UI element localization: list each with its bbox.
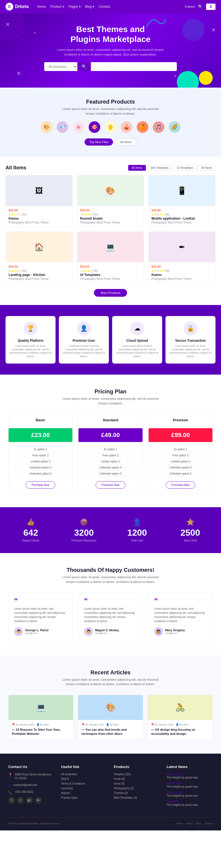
hero-search-button[interactable]: 🔍: [77, 62, 91, 71]
resource-select[interactable]: All resources ... Themes Plugins: [44, 62, 77, 71]
item-img-1: 🎨: [77, 176, 144, 206]
social-twitter[interactable]: t: [17, 797, 24, 804]
footer-bottom-contact[interactable]: Contact: [204, 822, 213, 825]
featured-icon-7: 🎵: [153, 121, 164, 133]
footer: Contact Us 📍 3308 Pricot Street Henderso…: [0, 754, 221, 830]
footer-product-link-5[interactable]: Web Templates (3): [114, 796, 160, 799]
menu-button[interactable]: ☰: [206, 4, 216, 10]
logo-text: Drketa: [15, 4, 29, 9]
filter-ui[interactable]: UI Templates: [173, 165, 196, 171]
deco-plus1: +: [33, 30, 36, 36]
nav-home[interactable]: Home: [37, 5, 46, 8]
stat-item-2: 👤 1200 Total User: [112, 518, 162, 542]
nav-contact[interactable]: Contact: [99, 5, 110, 8]
footer-product-link-2[interactable]: Icons (5): [114, 782, 160, 785]
tab-all-items[interactable]: All Items: [115, 138, 136, 146]
stat-item-0: 👍 642 Happy Clients: [5, 518, 56, 542]
feature-card-2: ☁ Cloud Upload Lorem ipsum dolor sit ame…: [112, 316, 162, 364]
footer-useful-link-5[interactable]: Popular Apps: [61, 796, 107, 799]
item-card-2: 📱 $30.00 ★★★★★ (56) Mobile application -…: [148, 175, 216, 227]
article-card-1: 🎨 📅 26 January 2020 👤 By Alice — You can…: [78, 695, 143, 740]
cart-count[interactable]: 0 Items: [185, 5, 195, 8]
all-items-section: All Items All Items Site Templates UI Te…: [0, 157, 221, 305]
deco-yellow-blob: [199, 71, 213, 85]
items-grid: 🖼 $30.00 ★★★★★ (56) Kiamu Photography Wo…: [5, 175, 216, 283]
footer-product-link-4[interactable]: Themes (2): [114, 792, 160, 795]
testimonials-grid: " Lorem ipsum dolor sit amet, sed consec…: [8, 592, 213, 642]
hero-title: Best Themes andPlugins Marketplace: [17, 24, 204, 44]
search-icon[interactable]: 🔍: [198, 4, 203, 9]
logo[interactable]: D Drketa: [5, 3, 29, 10]
featured-tabs: Top New Files All Items: [5, 138, 216, 146]
all-items-title: All Items: [5, 165, 26, 171]
social-facebook[interactable]: f: [8, 797, 15, 804]
filter-all[interactable]: All Items: [128, 165, 146, 171]
all-items-header: All Items All Items Site Templates UI Te…: [5, 165, 216, 171]
pricing-cards: Basic £23.00 2x option 1Free option 2Lim…: [8, 414, 213, 493]
more-products-button[interactable]: More Products: [94, 289, 127, 297]
nav-product[interactable]: Product ▾: [50, 5, 64, 8]
footer-products: Products Graphics (25) Fonts (8) Icons (…: [114, 765, 160, 809]
pricing-card-2: Premium £99.00 2x option 1Free option 2L…: [148, 414, 213, 493]
footer-useful-link-0[interactable]: All properties: [61, 773, 107, 776]
social-google[interactable]: g+: [26, 797, 33, 804]
article-card-2: 🚴 📅 26 January 2020 👤 By Alice — UX desi…: [148, 695, 213, 740]
footer-product-link-0[interactable]: Graphics (25): [114, 773, 160, 776]
testimonials-section: Thousands Of Happy Customers! Lorem ipsu…: [0, 553, 221, 655]
footer-bottom-links: Home About Blog Contact: [176, 822, 213, 825]
filter-tabs: All Items Site Templates UI Templates Al…: [128, 165, 216, 171]
articles-title: Recent Articles: [8, 670, 213, 676]
footer-bottom-blog[interactable]: Blog: [196, 822, 201, 825]
hero-subtitle: Lorem ipsum dolor sit amet, consectetur …: [55, 48, 166, 57]
footer-useful-title: Useful link: [61, 765, 107, 769]
filter-all2[interactable]: All Items: [198, 165, 216, 171]
item-img-5: ✒: [149, 232, 215, 262]
purchase-btn-2[interactable]: Purchase Now: [166, 481, 195, 489]
featured-icon-8: 🌈: [169, 121, 180, 133]
filter-site[interactable]: Site Templates: [147, 165, 172, 171]
social-linkedin[interactable]: in: [35, 797, 41, 804]
item-img-0: 🖼: [6, 176, 72, 206]
tab-top-new[interactable]: Top New Files: [85, 138, 113, 146]
features-section: 🏆 Quality Platform Lorem ipsum dolor sit…: [0, 305, 221, 375]
testimonials-subtitle: Lorem ipsum dolor sit amet, consectetur …: [58, 575, 163, 584]
deco-plus2: +: [173, 73, 177, 79]
stat-item-3: ⭐ 2500 Items Sold: [165, 518, 216, 542]
footer-useful-link-3[interactable]: Licensing: [61, 787, 107, 790]
footer-useful-link-4[interactable]: Articles: [61, 792, 107, 795]
article-card-0: 💻 📅 26 January 2020 👤 By Alice — 10 Reas…: [8, 695, 73, 740]
articles-section: Recent Articles Lorem ipsum dolor sit am…: [0, 656, 221, 754]
article-img-0: 💻: [8, 695, 73, 720]
features-grid: 🏆 Quality Platform Lorem ipsum dolor sit…: [5, 316, 216, 364]
featured-icon-5: 🎪: [121, 121, 132, 133]
footer-bottom: ©2020 CopyRight Example. All rights rese…: [8, 817, 213, 825]
footer-address: 3308 Pricot Street Henderson, TX 30345: [14, 773, 55, 780]
footer-useful-link-1[interactable]: FAQ'S: [61, 777, 107, 780]
purchase-btn-1[interactable]: Purchase Now: [96, 481, 125, 489]
pricing-card-0: Basic £23.00 2x option 1Free option 2Lim…: [8, 414, 73, 493]
pricing-subtitle: Lorem ipsum dolor sit amet, consectetur …: [58, 396, 163, 406]
footer-products-title: Products: [114, 765, 160, 769]
article-img-1: 🎨: [78, 695, 143, 720]
nav-links: Home Product ▾ Pages ▾ Blog ▾ Contact: [37, 5, 185, 8]
purchase-btn-0[interactable]: Purchase Now: [26, 481, 55, 489]
nav-pages[interactable]: Pages ▾: [69, 5, 81, 8]
footer-bottom-home[interactable]: Home: [176, 822, 183, 825]
nav-blog[interactable]: Blog ▾: [85, 5, 94, 8]
feature-card-1: 👤 Premium User Lorem ipsum dolor sit ame…: [59, 316, 109, 364]
footer-product-link-1[interactable]: Fonts (8): [114, 777, 160, 780]
copyright: ©2020 CopyRight Example. All rights rese…: [8, 822, 60, 825]
featured-section: Featured Products Lorem ipsum dolor sit …: [0, 88, 221, 157]
footer-useful: Useful link All properties FAQ'S Terms &…: [61, 765, 107, 809]
hero-section: ✕ ✕ ✕ + + Best Themes andPlugins Marketp…: [0, 13, 221, 88]
featured-icons: 🎨 💎 🌸 🎯 🖐 🎪 🍊 🎵 🌈: [5, 121, 216, 133]
featured-icon-6: 🍊: [137, 121, 148, 133]
footer-product-link-3[interactable]: Photography (2): [114, 787, 160, 790]
footer-bottom-about[interactable]: About: [186, 822, 193, 825]
featured-icon-2: 🌸: [73, 121, 84, 133]
item-img-2: 📱: [149, 176, 215, 206]
articles-grid: 💻 📅 26 January 2020 👤 By Alice — 10 Reas…: [8, 695, 213, 740]
feature-card-0: 🏆 Quality Platform Lorem ipsum dolor sit…: [5, 316, 56, 364]
footer-useful-link-2[interactable]: Terms & Conditions: [61, 782, 107, 785]
item-card-5: ✒ $30.00 ★★★★★ (56) Kiamu Photography Wo…: [148, 231, 216, 283]
